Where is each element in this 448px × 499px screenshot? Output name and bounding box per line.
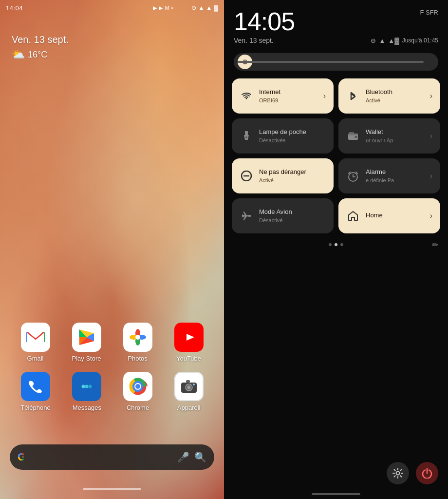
playstore-svg	[77, 327, 96, 347]
app-playstore[interactable]: Play Store	[72, 323, 101, 362]
wallet-tile-icon	[346, 129, 360, 143]
airplane-tile-icon	[240, 209, 253, 223]
app-messages[interactable]: Messages	[72, 372, 101, 411]
qs-time: 14:05	[234, 8, 438, 36]
bluetooth-arrow-icon: ›	[430, 92, 432, 100]
wifi-status-icon: ▲	[198, 4, 204, 11]
battery-text: Jusqu'à 01:45	[402, 37, 438, 44]
internet-subtitle: ORBI69	[259, 97, 317, 104]
weather-widget: ⛅ 16°C	[12, 48, 69, 61]
qs-top-right: F SFR	[420, 9, 438, 16]
messages-svg	[78, 378, 95, 395]
google-g-icon: G	[18, 451, 26, 463]
svg-point-14	[85, 385, 89, 388]
chrome-label: Chrome	[127, 404, 149, 411]
svg-rect-30	[245, 131, 248, 135]
edit-icon[interactable]: ✏	[432, 240, 438, 250]
bluetooth-tile-icon	[346, 89, 360, 103]
phone-label: Téléphone	[20, 404, 50, 411]
home-tile-icon	[346, 209, 360, 223]
svg-rect-28	[186, 380, 190, 383]
settings-button[interactable]	[387, 462, 409, 484]
brightness-slider[interactable]: ⚙	[234, 53, 438, 71]
yt-music-icon: ▶	[159, 5, 163, 11]
alarm-tile-text: Alarme e définie Pa	[366, 168, 424, 184]
playstore-icon	[72, 323, 101, 352]
wallet-arrow-icon: ›	[430, 132, 432, 140]
camera-label: Appareil	[177, 404, 201, 411]
qs-tile-alarm[interactable]: Alarme e définie Pa ›	[338, 158, 440, 193]
carrier-name: F SFR	[420, 9, 438, 16]
qs-tiles-grid: Internet ORBI69 › Bluetooth Activé ›	[224, 76, 448, 236]
qs-tile-home[interactable]: Home ›	[338, 198, 440, 233]
youtube-notif-icon: ▶	[153, 5, 157, 11]
qs-carrier-area: ⊖ ▲ ▲▓ Jusqu'à 01:45	[371, 37, 438, 44]
wallpaper	[0, 0, 224, 499]
messages-icon	[72, 372, 101, 401]
svg-point-43	[396, 472, 400, 475]
qs-tile-bluetooth[interactable]: Bluetooth Activé ›	[338, 78, 440, 114]
dnd-status-icon: ⊖	[191, 4, 196, 11]
qs-header: 14:05 Ven. 13 sept. ⊖ ▲ ▲▓ Jusqu'à 01:45	[224, 0, 448, 48]
gmail-notif-icon: M	[165, 5, 169, 11]
internet-title: Internet	[259, 88, 317, 96]
svg-point-9	[135, 335, 140, 340]
qs-tile-flashlight[interactable]: Lampe de poche Désactivée	[232, 118, 334, 154]
alarm-arrow-icon: ›	[430, 172, 432, 180]
app-gmail[interactable]: Gmail	[21, 323, 50, 362]
home-date: Ven. 13 sept.	[12, 34, 69, 45]
quick-settings-panel: F SFR 14:05 Ven. 13 sept. ⊖ ▲ ▲▓ Jusqu'à…	[224, 0, 448, 499]
gmail-svg	[26, 330, 45, 344]
alarm-title: Alarme	[366, 168, 424, 176]
qs-tile-dnd[interactable]: Ne pas déranger Activé	[232, 158, 334, 193]
flashlight-tile-icon	[240, 129, 253, 143]
app-youtube[interactable]: YouTube	[174, 323, 204, 362]
gmail-label: Gmail	[27, 355, 44, 362]
internet-tile-text: Internet ORBI69	[259, 88, 317, 104]
airplane-title: Mode Avion	[259, 208, 326, 216]
playstore-label: Play Store	[72, 355, 101, 362]
svg-point-13	[82, 385, 85, 388]
youtube-icon	[174, 323, 204, 352]
gmail-icon	[21, 323, 50, 352]
left-status-icons: ▶ ▶ M • ⊖ ▲ ▲ ▓	[153, 4, 218, 11]
bluetooth-subtitle: Activé	[366, 97, 424, 104]
wallet-subtitle: ur ouvrir Ap	[366, 137, 424, 144]
date-widget: Ven. 13 sept. ⛅ 16°C	[12, 34, 69, 61]
search-bar[interactable]: G 🎤 🔍	[10, 444, 214, 470]
qs-home-indicator	[312, 493, 360, 495]
mic-icon[interactable]: 🎤	[177, 451, 189, 463]
alarm-tile-icon	[346, 169, 360, 183]
flashlight-title: Lampe de poche	[259, 128, 326, 136]
app-photos[interactable]: Photos	[123, 323, 152, 362]
battery-icon: ▓	[214, 4, 218, 11]
brightness-row: ⚙	[224, 48, 448, 76]
weather-temp: 16°C	[28, 50, 47, 60]
dnd-tile-icon	[240, 169, 253, 183]
qs-tile-wallet[interactable]: Wallet ur ouvrir Ap ›	[338, 118, 440, 154]
app-row-2: Téléphone Messages	[10, 372, 214, 411]
power-button[interactable]	[416, 462, 438, 484]
app-chrome[interactable]: Chrome	[123, 372, 152, 411]
qs-tile-internet[interactable]: Internet ORBI69 ›	[232, 78, 334, 114]
svg-point-23	[135, 384, 140, 389]
svg-rect-35	[349, 132, 354, 134]
chrome-icon	[123, 372, 152, 401]
dnd-title: Ne pas déranger	[259, 168, 326, 176]
home-screen: 14:04 ▶ ▶ M • ⊖ ▲ ▲ ▓ Ven. 13 sept. ⛅ 16…	[0, 0, 224, 499]
svg-point-31	[245, 136, 247, 138]
svg-point-27	[187, 386, 190, 389]
bluetooth-title: Bluetooth	[366, 88, 424, 96]
wallet-tile-text: Wallet ur ouvrir Ap	[366, 128, 424, 144]
svg-point-15	[89, 385, 92, 388]
qs-status-row: Ven. 13 sept. ⊖ ▲ ▲▓ Jusqu'à 01:45	[234, 37, 438, 44]
page-dot-1	[329, 243, 332, 246]
chrome-svg	[128, 377, 148, 396]
qs-tile-airplane[interactable]: Mode Avion Désactivé	[232, 198, 334, 233]
lens-icon[interactable]: 🔍	[194, 451, 206, 463]
app-phone[interactable]: Téléphone	[20, 372, 50, 411]
qs-bottom-bar	[224, 462, 448, 484]
phone-icon	[21, 372, 50, 401]
messages-label: Messages	[73, 404, 101, 411]
app-camera[interactable]: Appareil	[174, 372, 204, 411]
